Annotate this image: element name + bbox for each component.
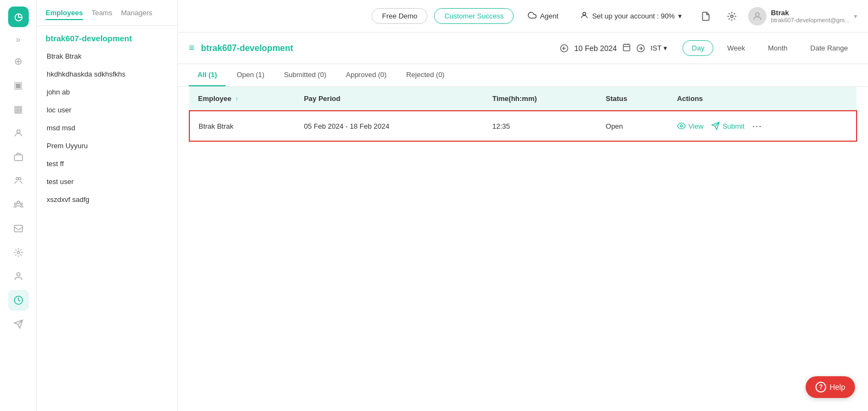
settings-icon-button[interactable] [722, 7, 742, 26]
svg-rect-1 [14, 155, 22, 161]
sub-header: ≡ btrak607-development 10 Feb 2024 IST ▾ [178, 33, 868, 64]
icon-sidebar: ◷ » ⊕ ▣ ▦ [0, 0, 37, 411]
svg-point-14 [731, 15, 733, 17]
cloud-icon [528, 11, 537, 21]
svg-point-0 [17, 130, 20, 133]
svg-point-5 [14, 203, 16, 205]
user-info: Btrak btrak607-development@gm... [771, 9, 850, 23]
filter-tab-submitted[interactable]: Submitted (0) [275, 64, 335, 86]
svg-point-4 [17, 201, 20, 204]
svg-point-6 [20, 203, 22, 205]
tab-employees[interactable]: Employees [46, 9, 83, 20]
list-item[interactable]: Btrak Btrak [41, 47, 173, 65]
nav-icon-mail[interactable] [8, 218, 29, 239]
user-email: btrak607-development@gm... [771, 17, 850, 23]
nav-icon-globe[interactable]: ⊕ [8, 51, 29, 72]
nav-icon-settings[interactable] [8, 242, 29, 263]
nav-icon-send[interactable] [8, 314, 29, 334]
help-button[interactable]: ? Help [806, 376, 855, 398]
table-container: Employee ↑ Pay Period Time(hh:mm) Status… [178, 87, 868, 411]
list-item[interactable]: Prem Uyyuru [41, 137, 173, 155]
svg-rect-7 [14, 225, 22, 232]
tab-teams[interactable]: Teams [92, 9, 112, 20]
list-item[interactable]: xszdxvf sadfg [41, 191, 173, 208]
next-date-button[interactable] [636, 44, 645, 53]
dropdown-icon: ▾ [678, 12, 682, 20]
svg-point-3 [18, 178, 21, 180]
user-dropdown-icon: ▾ [854, 12, 857, 20]
view-tab-daterange[interactable]: Date Range [801, 40, 857, 56]
expand-button[interactable]: » [16, 35, 21, 45]
left-panel: Employees Teams Managers btrak607-develo… [37, 0, 178, 411]
view-tab-day[interactable]: Day [682, 40, 713, 56]
agent-button[interactable]: Agent [520, 8, 566, 24]
current-date: 10 Feb 2024 [574, 44, 617, 53]
col-actions: Actions [668, 87, 857, 111]
svg-point-15 [756, 12, 760, 16]
filter-tabs: All (1) Open (1) Submitted (0) Approved … [178, 64, 868, 87]
list-item[interactable]: john ab [41, 83, 173, 101]
more-options-button[interactable]: ⋯ [752, 120, 762, 132]
nav-icon-person[interactable] [8, 123, 29, 143]
status-cell: Open [597, 111, 668, 141]
help-icon: ? [815, 382, 826, 393]
customer-success-button[interactable]: Customer Success [434, 8, 514, 24]
content-area: ≡ btrak607-development 10 Feb 2024 IST ▾ [178, 33, 868, 411]
employee-tabs: Employees Teams Managers [37, 0, 177, 26]
list-item[interactable]: loc user [41, 101, 173, 119]
list-item[interactable]: msd msd [41, 119, 173, 137]
timesheets-table: Employee ↑ Pay Period Time(hh:mm) Status… [189, 87, 857, 142]
timezone-label: IST [650, 44, 661, 52]
nav-icon-clock[interactable] [8, 290, 29, 311]
avatar [748, 7, 767, 26]
svg-point-13 [583, 12, 586, 15]
app-logo[interactable]: ◷ [8, 7, 29, 27]
pay-period-cell: 05 Feb 2024 - 18 Feb 2024 [295, 111, 483, 141]
svg-point-24 [680, 125, 682, 127]
nav-icon-calendar[interactable]: ▦ [8, 99, 29, 119]
list-item[interactable]: test ff [41, 155, 173, 173]
view-button[interactable]: View [677, 122, 704, 130]
view-tab-week[interactable]: Week [718, 40, 754, 56]
actions-cell: View Submit ⋯ [668, 111, 857, 141]
employee-name-cell: Btrak Btrak [189, 111, 295, 141]
filter-tab-rejected[interactable]: Rejected (0) [398, 64, 454, 86]
top-header: Free Demo Customer Success Agent Set up … [178, 0, 868, 33]
timezone-dropdown-icon: ▾ [663, 44, 667, 52]
nav-icon-team[interactable] [8, 170, 29, 191]
document-icon-button[interactable] [696, 7, 716, 26]
svg-rect-18 [623, 44, 630, 50]
person-setup-icon [580, 11, 589, 21]
col-pay-period: Pay Period [295, 87, 483, 111]
sub-header-org-name: btrak607-development [201, 43, 293, 53]
col-employee: Employee ↑ [189, 87, 295, 111]
calendar-button[interactable] [622, 43, 631, 54]
sort-icon[interactable]: ↑ [235, 96, 239, 102]
filter-tab-approved[interactable]: Approved (0) [337, 64, 395, 86]
action-buttons: View Submit ⋯ [677, 120, 847, 132]
nav-icon-group[interactable] [8, 194, 29, 215]
user-area[interactable]: Btrak btrak607-development@gm... ▾ [748, 7, 857, 26]
view-tabs: Day Week Month Date Range [682, 40, 857, 56]
table-row: Btrak Btrak 05 Feb 2024 - 18 Feb 2024 12… [189, 111, 857, 141]
list-item[interactable]: test user [41, 173, 173, 191]
prev-date-button[interactable] [560, 44, 569, 53]
nav-icon-tv[interactable]: ▣ [8, 75, 29, 96]
date-nav: 10 Feb 2024 IST ▾ [560, 43, 667, 54]
free-demo-button[interactable]: Free Demo [372, 8, 427, 24]
menu-icon[interactable]: ≡ [189, 42, 195, 54]
filter-tab-open[interactable]: Open (1) [228, 64, 273, 86]
nav-icon-user2[interactable] [8, 266, 29, 287]
svg-point-9 [17, 273, 20, 276]
list-item[interactable]: hkdhkdhaskda sdkhsfkhs [41, 65, 173, 83]
nav-icon-briefcase[interactable] [8, 147, 29, 167]
submit-button[interactable]: Submit [711, 122, 744, 130]
employee-list: Btrak Btrak hkdhkdhaskda sdkhsfkhs john … [37, 47, 177, 208]
col-status: Status [597, 87, 668, 111]
timezone-selector[interactable]: IST ▾ [650, 44, 667, 52]
setup-button[interactable]: Set up your account : 90% ▾ [572, 8, 689, 24]
view-tab-month[interactable]: Month [758, 40, 796, 56]
main-content: Free Demo Customer Success Agent Set up … [178, 0, 868, 411]
tab-managers[interactable]: Managers [121, 9, 152, 20]
filter-tab-all[interactable]: All (1) [189, 64, 226, 86]
